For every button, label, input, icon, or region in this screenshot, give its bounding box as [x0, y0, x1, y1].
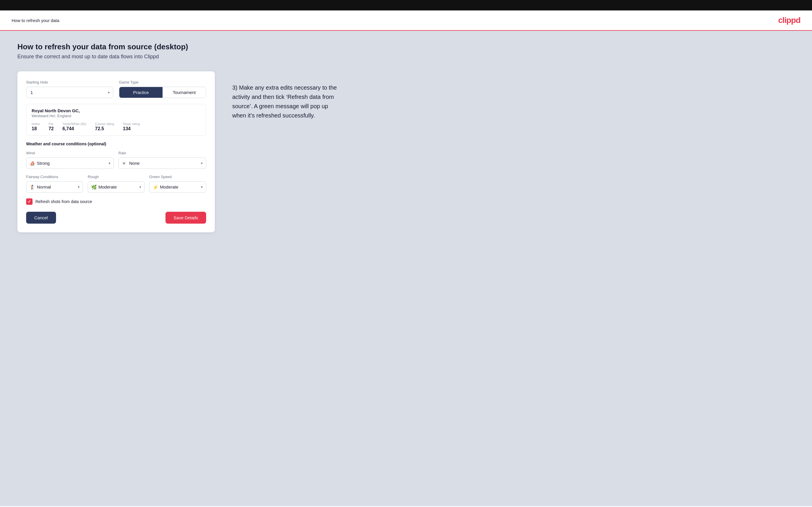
- holes-value: 18: [32, 126, 40, 131]
- cancel-button[interactable]: Cancel: [26, 212, 56, 224]
- course-rating-value: 72.5: [95, 126, 114, 131]
- rough-label: Rough: [88, 175, 145, 179]
- green-speed-icon: ⚡: [153, 184, 158, 190]
- par-value: 72: [48, 126, 54, 131]
- description-text: 3) Make any extra edits necessary to the…: [232, 83, 343, 120]
- save-details-button[interactable]: Save Details: [165, 212, 206, 224]
- check-icon: ✓: [28, 199, 31, 204]
- rain-select[interactable]: None: [118, 158, 206, 169]
- rough-icon: 🌿: [91, 184, 97, 190]
- wind-select[interactable]: Strong: [26, 158, 114, 169]
- game-type-label: Game Type: [119, 80, 206, 84]
- course-location: Westward Ho!, England: [32, 114, 201, 118]
- slope-rating-label: Slope rating: [123, 122, 140, 126]
- practice-button[interactable]: Practice: [119, 87, 163, 98]
- game-type-toggle: Practice Tournament: [119, 87, 206, 98]
- wind-icon: ⛵: [30, 160, 36, 166]
- refresh-checkbox[interactable]: ✓: [26, 199, 33, 205]
- starting-hole-select[interactable]: 1: [26, 87, 113, 98]
- yards-label: Yards/White (M)): [62, 122, 86, 126]
- course-name: Royal North Devon GC,: [32, 108, 201, 113]
- holes-label: Holes: [32, 122, 40, 126]
- logo: clippd: [778, 16, 800, 25]
- page-breadcrumb: How to refresh your data: [12, 18, 59, 23]
- conditions-title: Weather and course conditions (optional): [26, 142, 206, 146]
- tournament-button[interactable]: Tournament: [163, 87, 206, 98]
- page-subtitle: Ensure the correct and most up to date d…: [17, 54, 795, 60]
- starting-hole-label: Starting Hole: [26, 80, 113, 84]
- course-rating-label: Course rating: [95, 122, 114, 126]
- main-card: Starting Hole 1 ▾ Game Type Practice Tou…: [17, 71, 215, 232]
- refresh-label: Refresh shots from data source: [36, 199, 92, 204]
- green-speed-label: Green Speed: [149, 175, 206, 179]
- wind-label: Wind: [26, 151, 114, 155]
- fairway-label: Fairway Conditions: [26, 175, 83, 179]
- course-info-box: Royal North Devon GC, Westward Ho!, Engl…: [26, 104, 206, 136]
- page-title: How to refresh your data from source (de…: [17, 42, 795, 51]
- rain-icon: ☀: [122, 160, 126, 166]
- rain-label: Rain: [118, 151, 206, 155]
- slope-rating-value: 134: [123, 126, 140, 131]
- description-panel: 3) Make any extra edits necessary to the…: [232, 71, 343, 120]
- yards-value: 6,744: [62, 126, 86, 131]
- par-label: Par: [48, 122, 54, 126]
- fairway-icon: 🏌: [30, 184, 36, 190]
